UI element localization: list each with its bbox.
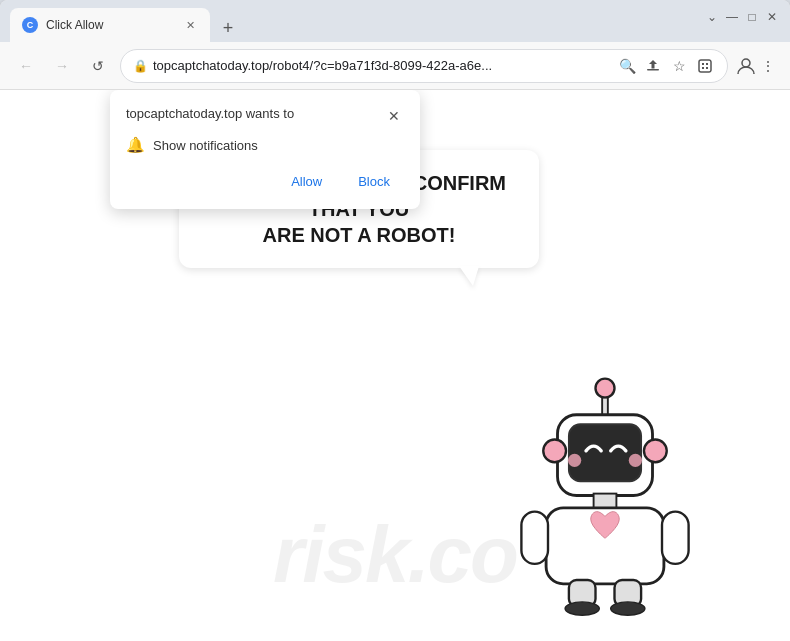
notification-popup: topcaptchatoday.top wants to ✕ 🔔 Show no… [110,90,420,209]
tab-title-label: Click Allow [46,18,174,32]
bookmark-icon[interactable]: ☆ [669,56,689,76]
forward-button[interactable]: → [48,52,76,80]
svg-point-21 [565,602,599,615]
svg-point-22 [611,602,645,615]
svg-rect-18 [662,512,689,564]
svg-point-12 [629,454,642,467]
svg-point-13 [543,439,566,462]
title-bar: C Click Allow ✕ + ⌄ — □ ✕ [0,0,790,42]
block-button[interactable]: Block [344,168,404,195]
popup-notification-row: 🔔 Show notifications [126,136,404,154]
popup-header: topcaptchatoday.top wants to ✕ [126,106,404,126]
svg-point-14 [644,439,667,462]
svg-rect-4 [702,67,704,69]
svg-rect-5 [706,67,708,69]
svg-point-11 [568,454,581,467]
popup-title: topcaptchatoday.top wants to [126,106,294,121]
bell-icon: 🔔 [126,136,145,154]
address-text: topcaptchatoday.top/robot4/?c=b9a71f3d-8… [153,58,611,73]
refresh-button[interactable]: ↺ [84,52,112,80]
watermark: risk.co [273,509,517,601]
svg-point-7 [596,379,615,398]
browser-content: risk.co topcaptchatoday.top wants to ✕ 🔔… [0,90,790,641]
window-controls: ⌄ — □ ✕ [704,9,780,33]
lock-icon: 🔒 [133,59,147,73]
tab-favicon: C [22,17,38,33]
svg-rect-17 [521,512,548,564]
nav-bar: ← → ↺ 🔒 topcaptchatoday.top/robot4/?c=b9… [0,42,790,90]
new-tab-button[interactable]: + [214,14,242,42]
address-icons: 🔍 ☆ [617,56,715,76]
page-content: risk.co topcaptchatoday.top wants to ✕ 🔔… [0,90,790,641]
nav-right-icons: ⋮ [736,56,778,76]
svg-rect-0 [647,69,659,71]
active-tab[interactable]: C Click Allow ✕ [10,8,210,42]
extension-icon[interactable] [695,56,715,76]
svg-point-6 [742,59,750,67]
account-icon[interactable] [736,56,756,76]
search-icon[interactable]: 🔍 [617,56,637,76]
minimize-button[interactable]: — [724,9,740,25]
allow-button[interactable]: Allow [277,168,336,195]
robot-illustration [510,351,710,631]
notification-label: Show notifications [153,138,258,153]
maximize-button[interactable]: □ [744,9,760,25]
address-bar[interactable]: 🔒 topcaptchatoday.top/robot4/?c=b9a71f3d… [120,49,728,83]
svg-rect-1 [699,60,711,72]
tab-close-button[interactable]: ✕ [182,17,198,33]
svg-rect-2 [702,63,704,65]
popup-buttons: Allow Block [126,168,404,195]
close-button[interactable]: ✕ [764,9,780,25]
popup-close-button[interactable]: ✕ [384,106,404,126]
share-icon[interactable] [643,56,663,76]
svg-rect-3 [706,63,708,65]
back-button[interactable]: ← [12,52,40,80]
menu-icon[interactable]: ⋮ [758,56,778,76]
speech-tail [459,266,479,286]
browser-window: C Click Allow ✕ + ⌄ — □ ✕ [0,0,790,641]
svg-rect-10 [569,424,641,481]
tab-strip: C Click Allow ✕ + [10,0,704,42]
chevron-down-icon[interactable]: ⌄ [704,9,720,25]
